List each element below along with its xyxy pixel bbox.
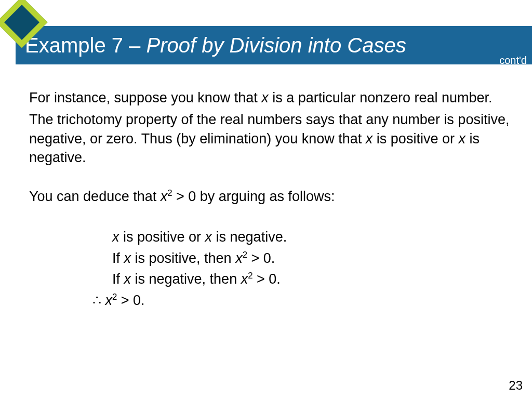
exp-2: 2 [243, 250, 247, 260]
slide: Example 7 – Proof by Division into Cases… [0, 0, 532, 399]
text: If [112, 250, 124, 266]
var-x: x [235, 250, 243, 266]
var-x: x [112, 229, 119, 245]
text: For instance, suppose you know that [29, 90, 261, 105]
text: If [112, 271, 124, 287]
spacer [29, 209, 511, 225]
text: is positive or [119, 229, 205, 245]
exp-2: 2 [167, 188, 172, 198]
page-number: 23 [509, 378, 523, 393]
title-plain: Example 7 – [25, 34, 146, 57]
argument-conclusion: ∴ x2 > 0. [92, 291, 511, 310]
body-content: For instance, suppose you know that x is… [29, 88, 511, 310]
text: > 0. [252, 271, 280, 287]
var-x: x [161, 189, 168, 204]
spacer [29, 170, 511, 187]
slide-title: Example 7 – Proof by Division into Cases [25, 34, 406, 57]
contd-label: cont'd [499, 55, 527, 66]
var-x: x [124, 271, 131, 287]
var-x: x [366, 131, 373, 147]
paragraph-2: The trichotomy property of the real numb… [29, 110, 511, 167]
paragraph-3: You can deduce that x2 > 0 by arguing as… [29, 187, 511, 206]
therefore-symbol: ∴ [92, 292, 101, 308]
var-x: x [205, 229, 212, 245]
text: is negative. [212, 229, 287, 245]
text: is positive, then [131, 250, 235, 266]
text: is positive or [373, 131, 458, 147]
argument-line-1: x is positive or x is negative. [112, 228, 511, 246]
title-bar: Example 7 – Proof by Division into Cases… [16, 26, 532, 64]
exp-2: 2 [112, 292, 117, 302]
paragraph-1: For instance, suppose you know that x is… [29, 88, 511, 107]
text: is negative, then [131, 271, 241, 287]
argument-line-3: If x is negative, then x2 > 0. [112, 270, 511, 288]
var-x: x [458, 131, 466, 147]
var-x: x [261, 90, 269, 105]
var-x: x [105, 292, 113, 308]
var-x: x [241, 271, 248, 287]
text: You can deduce that [29, 189, 161, 204]
text: > 0. [117, 292, 144, 308]
text: is a particular nonzero real number. [269, 90, 493, 105]
argument-line-2: If x is positive, then x2 > 0. [112, 249, 511, 268]
text: > 0. [247, 250, 275, 266]
var-x: x [124, 250, 131, 266]
title-italic: Proof by Division into Cases [146, 34, 406, 57]
text: > 0 by arguing as follows: [172, 189, 335, 204]
